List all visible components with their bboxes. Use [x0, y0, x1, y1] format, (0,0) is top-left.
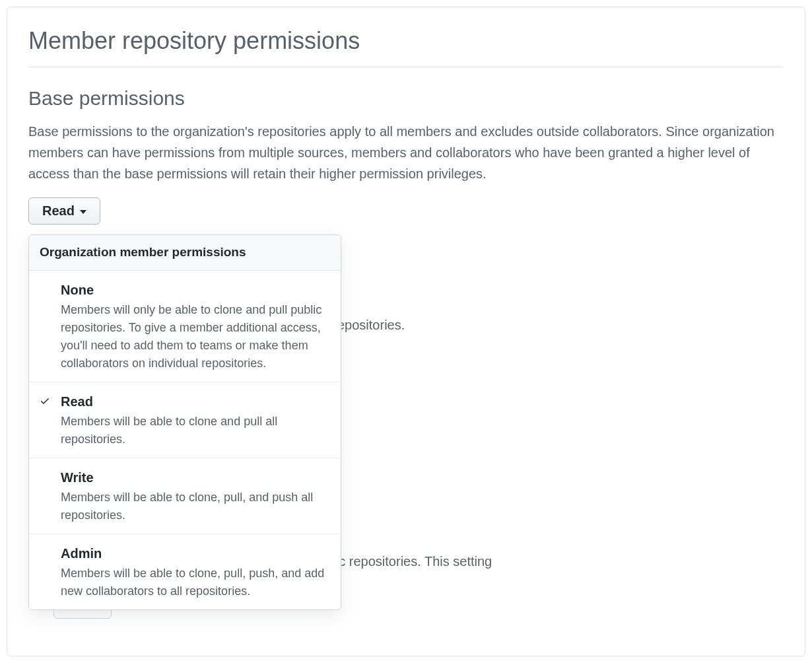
- base-permissions-dropdown-button[interactable]: Read: [28, 197, 100, 225]
- base-permissions-dropdown-wrapper: Read Organization member permissions Non…: [28, 197, 784, 619]
- permission-option-none[interactable]: None Members will only be able to clone …: [29, 271, 341, 382]
- base-permissions-dropdown-menu: Organization member permissions None Mem…: [28, 234, 341, 610]
- checkmark-icon: [40, 395, 50, 405]
- settings-panel: Member repository permissions Base permi…: [7, 7, 805, 656]
- option-title: Admin: [61, 543, 330, 563]
- base-permissions-description: Base permissions to the organization's r…: [28, 121, 784, 184]
- permission-option-read[interactable]: Read Members will be able to clone and p…: [29, 382, 341, 458]
- option-title: None: [61, 280, 330, 300]
- permission-option-admin[interactable]: Admin Members will be able to clone, pul…: [29, 534, 341, 610]
- permission-option-write[interactable]: Write Members will be able to clone, pul…: [29, 458, 341, 534]
- caret-down-icon: [80, 210, 86, 214]
- base-permissions-heading: Base permissions: [28, 83, 784, 113]
- option-description: Members will be able to clone, pull, and…: [61, 489, 330, 524]
- page-title: Member repository permissions: [28, 23, 784, 67]
- option-description: Members will be able to clone, pull, pus…: [61, 565, 330, 600]
- option-description: Members will only be able to clone and p…: [61, 301, 330, 372]
- dropdown-header: Organization member permissions: [29, 235, 341, 271]
- option-description: Members will be able to clone and pull a…: [61, 413, 330, 448]
- option-title: Write: [61, 468, 330, 487]
- option-title: Read: [61, 392, 330, 411]
- dropdown-selected-label: Read: [42, 203, 75, 219]
